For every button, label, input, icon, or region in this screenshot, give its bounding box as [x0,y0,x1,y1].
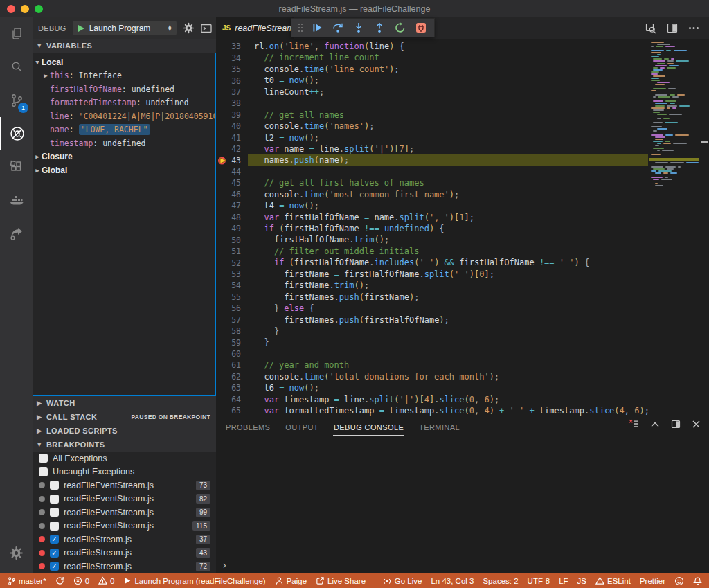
breakpoint-row[interactable]: ✓readFileStream.js43 [33,546,216,560]
line-content[interactable]: firstNames.push(firstName); [248,292,648,303]
line-content[interactable]: rl.on('line', function(line) { [248,41,648,52]
code-line[interactable]: 57 firstNames.push(firstHalfOfName); [216,314,648,326]
code-line[interactable]: 45 // get all first halves of names [216,177,648,188]
breakpoint-row[interactable]: Uncaught Exceptions [33,465,216,479]
debug-console-input[interactable]: › [222,560,227,571]
code-line[interactable]: 63 t6 = now(); [216,382,648,393]
breakpoint-row[interactable]: All Exceptions [33,452,216,465]
overview-ruler[interactable] [699,39,709,416]
loaded-scripts-section-header[interactable]: ▶ LOADED SCRIPTS [33,424,216,438]
line-gutter[interactable]: 57 [216,315,248,325]
line-gutter[interactable]: 53 [216,269,248,279]
code-line[interactable]: 37 lineCount++; [216,87,648,98]
panel-tab-terminal[interactable]: TERMINAL [418,418,460,435]
variable-row[interactable]: ▶this: Interface [33,69,215,83]
line-gutter[interactable]: 46 [216,190,248,199]
variable-row[interactable]: formattedTimestamp: undefined [33,96,215,110]
breakpoint-checkbox[interactable] [50,508,59,517]
status-launch-program-readfilechallenge[interactable]: Launch Program (readFileChallenge) [123,576,265,585]
status-smiley[interactable] [674,576,684,586]
line-content[interactable]: var timestamp = line.split('|')[4].slice… [248,394,648,405]
code-line[interactable]: 52 if (firstHalfOfName.includes(' ') && … [216,257,648,268]
code-line[interactable]: 42 var name = line.split('|')[7]; [216,143,648,154]
status-bell[interactable] [693,576,702,586]
code-editor[interactable]: 33rl.on('line', function(line) {34 // in… [216,39,709,416]
code-line[interactable]: 64 var timestamp = line.split('|')[4].sl… [216,394,648,405]
line-gutter[interactable]: 41 [216,133,248,143]
sidebar-item-extensions[interactable] [0,150,33,184]
variable-row[interactable]: timestamp: undefined [33,136,215,150]
line-content[interactable]: // get all first halves of names [248,177,648,188]
breakpoint-row[interactable]: ✓readFileStream.js37 [33,533,216,546]
line-content[interactable]: } [248,337,648,348]
breakpoint-checkbox[interactable] [50,481,59,490]
code-line[interactable]: 44 [216,166,648,177]
breakpoint-row[interactable]: readFileEventStream.js99 [33,506,216,519]
line-gutter[interactable]: 39 [216,110,248,120]
line-content[interactable]: var firstHalfOfName = name.split(', ')[1… [248,212,648,223]
sidebar-item-docker[interactable] [0,184,33,217]
line-content[interactable]: // year and month [248,359,648,371]
minimap[interactable] [649,40,699,407]
line-content[interactable]: // filter out middle initials [248,246,648,257]
code-line[interactable]: 58 } [216,326,648,337]
more-actions-icon[interactable] [688,26,699,30]
line-gutter[interactable]: 35 [216,64,248,74]
line-gutter[interactable]: 43 [216,156,248,166]
line-gutter[interactable]: 37 [216,87,248,97]
variable-scope-closure[interactable]: ▶Closure [33,150,215,164]
status-sync[interactable] [55,576,64,585]
line-content[interactable]: lineCount++; [248,87,648,98]
code-line[interactable]: 47 t4 = now(); [216,200,648,211]
line-gutter[interactable]: 49 [216,224,248,233]
line-content[interactable]: names.push(name); [248,154,648,166]
line-gutter[interactable]: 64 [216,395,248,404]
status-master[interactable]: master* [7,576,46,586]
tab-readFileStream[interactable]: JS readFileStream [216,17,294,39]
continue-button[interactable] [308,19,326,36]
line-content[interactable]: } else { [248,303,648,314]
breakpoint-row[interactable]: readFileEventStream.js82 [33,492,216,506]
breakpoint-checkbox[interactable] [50,522,59,531]
code-line[interactable]: 56 } else { [216,303,648,314]
watch-section-header[interactable]: ▶ WATCH [33,396,216,410]
split-editor-icon[interactable] [667,23,678,33]
line-content[interactable]: // get all names [248,109,648,121]
maximize-panel-icon[interactable] [650,421,660,427]
line-gutter[interactable]: 61 [216,360,248,370]
code-line[interactable]: 33rl.on('line', function(line) { [216,41,648,52]
status-go-live[interactable]: Go Live [382,576,422,585]
breakpoint-glyph[interactable] [218,88,226,96]
launch-config-dropdown[interactable]: Launch Program ▲▼ [73,21,177,35]
variable-scope-global[interactable]: ▶Global [33,163,215,177]
open-debug-console-icon[interactable] [201,24,212,33]
code-line[interactable]: 61 // year and month [216,359,648,371]
line-gutter[interactable]: 62 [216,372,248,382]
sidebar-item-search[interactable] [0,51,33,84]
variable-scope-local[interactable]: ▼Local [33,55,215,69]
code-line[interactable]: 34 // increment line count [216,52,648,63]
line-gutter[interactable]: 40 [216,121,248,131]
line-gutter[interactable]: 65 [216,406,248,416]
status-js[interactable]: JS [577,577,586,585]
line-content[interactable]: console.time('most common first name'); [248,189,648,200]
line-content[interactable]: var formattedTimestamp = timestamp.slice… [248,405,649,416]
call-stack-section-header[interactable]: ▶ CALL STACK PAUSED ON BREAKPOINT [33,410,216,424]
line-content[interactable]: console.time('total donations for each m… [248,371,648,382]
code-line[interactable]: 36 t0 = now(); [216,75,648,86]
code-line[interactable]: 62 console.time('total donations for eac… [216,371,648,382]
sidebar-item-live-share[interactable] [0,217,33,250]
breakpoint-checkbox[interactable] [39,454,48,463]
code-line[interactable]: 50 firstHalfOfName.trim(); [216,234,648,245]
code-line[interactable]: 46 console.time('most common first name'… [216,189,648,200]
breakpoint-checkbox[interactable] [39,467,48,476]
code-line[interactable]: 51 // filter out middle initials [216,246,648,257]
status-0[interactable]: 0 [73,576,89,585]
code-line[interactable]: 53 firstName = firstHalfOfName.split(' '… [216,269,648,280]
line-gutter[interactable]: 45 [216,178,248,188]
line-gutter[interactable]: 42 [216,144,248,154]
find-file-icon[interactable] [645,23,656,34]
code-line[interactable]: 65 var formattedTimestamp = timestamp.sl… [216,405,648,416]
code-line[interactable]: 54 firstName.trim(); [216,280,648,291]
code-line[interactable]: 40 console.time('names'); [216,121,648,132]
